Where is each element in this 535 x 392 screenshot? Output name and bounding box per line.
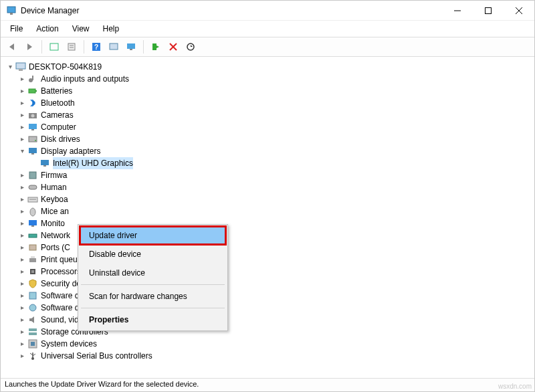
- svg-rect-14: [110, 43, 118, 50]
- caret-right-icon[interactable]: ▸: [18, 205, 26, 217]
- caret-right-icon[interactable]: ▸: [18, 290, 26, 302]
- scan-monitor-button[interactable]: [124, 39, 138, 54]
- uninstall-button[interactable]: [166, 39, 181, 54]
- svg-rect-3: [486, 7, 492, 13]
- enable-button[interactable]: [148, 39, 163, 54]
- hid-icon: [27, 182, 38, 193]
- caret-right-icon[interactable]: ▸: [18, 254, 26, 266]
- caret-right-icon[interactable]: ▸: [18, 193, 26, 205]
- maximize-button[interactable]: [473, 1, 504, 21]
- caret-right-icon[interactable]: ▸: [18, 302, 26, 314]
- device-tree[interactable]: ▾ DESKTOP-504K819 ▸Audio inputs and outp…: [1, 57, 534, 378]
- tree-device[interactable]: ▸Intel(R) UHD Graphics: [6, 157, 532, 169]
- tree-root[interactable]: ▾ DESKTOP-504K819: [6, 61, 532, 73]
- minimize-button[interactable]: [442, 1, 473, 21]
- tree-category[interactable]: ▸Firmwa: [6, 169, 532, 181]
- tree-category[interactable]: ▸Batteries: [6, 85, 532, 97]
- tree-category[interactable]: ▸Human: [6, 181, 532, 193]
- toolbar-separator: [143, 40, 144, 54]
- ports-icon: [27, 242, 38, 253]
- svg-rect-51: [31, 270, 34, 273]
- tree-category[interactable]: ▸Keyboa: [6, 193, 532, 205]
- svg-rect-27: [29, 89, 35, 93]
- context-menu: Update driver Disable device Uninstall d…: [78, 224, 228, 331]
- keyboard-icon: [27, 194, 38, 205]
- ctx-disable-device[interactable]: Disable device: [80, 245, 226, 264]
- tree-category-label: Mice an: [41, 205, 69, 217]
- tree-category[interactable]: ▸System devices: [6, 338, 532, 350]
- tree-category-label: Firmwa: [41, 169, 67, 181]
- update-button[interactable]: [106, 39, 121, 54]
- tree-category-label: Disk drives: [41, 133, 80, 145]
- help-button[interactable]: ?: [89, 39, 104, 54]
- network-icon: [27, 230, 38, 241]
- caret-right-icon[interactable]: ▸: [18, 217, 26, 229]
- scan-hardware-button[interactable]: [183, 39, 198, 54]
- caret-right-icon[interactable]: ▸: [18, 97, 26, 109]
- forward-button[interactable]: [22, 39, 37, 54]
- back-button[interactable]: [5, 39, 19, 54]
- svg-rect-36: [31, 153, 34, 155]
- caret-right-icon[interactable]: ▸: [18, 350, 26, 362]
- menu-file[interactable]: File: [5, 22, 28, 35]
- ctx-scan-hardware[interactable]: Scan for hardware changes: [80, 287, 226, 306]
- tree-category[interactable]: ▸Bluetooth: [6, 97, 532, 109]
- close-button[interactable]: [504, 1, 534, 21]
- caret-right-icon[interactable]: ▸: [18, 326, 26, 338]
- ctx-update-driver[interactable]: Update driver: [80, 226, 226, 245]
- tree-category[interactable]: ▾Display adapters: [6, 145, 532, 157]
- svg-rect-15: [127, 43, 135, 49]
- softdev-icon: [27, 302, 38, 313]
- tree-category[interactable]: ▸Disk drives: [6, 133, 532, 145]
- display-icon: [39, 158, 50, 169]
- caret-right-icon[interactable]: ▸: [18, 229, 26, 241]
- caret-down-icon[interactable]: ▾: [6, 61, 14, 73]
- status-text: Launches the Update Driver Wizard for th…: [5, 380, 199, 388]
- tree-category-label: Network: [41, 229, 70, 241]
- menu-help[interactable]: Help: [98, 22, 125, 35]
- tree-category[interactable]: ▸Computer: [6, 121, 532, 133]
- caret-right-icon[interactable]: ▸: [18, 241, 26, 254]
- caret-right-icon[interactable]: ▸: [18, 121, 26, 133]
- caret-right-icon[interactable]: ▸: [18, 133, 26, 145]
- svg-rect-1: [10, 13, 13, 15]
- tree-category[interactable]: ▸Universal Serial Bus controllers: [6, 350, 532, 362]
- caret-right-icon[interactable]: ▸: [18, 338, 26, 350]
- ctx-properties[interactable]: Properties: [80, 310, 226, 329]
- svg-rect-35: [29, 148, 37, 153]
- caret-down-icon[interactable]: ▾: [18, 145, 26, 157]
- toolbar-separator: [84, 40, 84, 54]
- tree-category[interactable]: ▸Cameras: [6, 109, 532, 121]
- caret-right-icon[interactable]: ▸: [18, 181, 26, 193]
- ctx-uninstall-device[interactable]: Uninstall device: [80, 264, 226, 282]
- computer-icon: [15, 62, 26, 72]
- menu-view[interactable]: View: [67, 22, 95, 35]
- caret-right-icon[interactable]: ▸: [18, 314, 26, 326]
- caret-right-icon[interactable]: ▸: [18, 278, 26, 290]
- tree-category[interactable]: ▸Mice an: [6, 205, 532, 217]
- tree-category-label: Batteries: [41, 85, 72, 97]
- toolbar-separator: [41, 40, 42, 54]
- properties-button[interactable]: [64, 39, 79, 54]
- svg-rect-56: [29, 332, 37, 335]
- svg-marker-7: [27, 43, 32, 50]
- firmware-icon: [27, 170, 38, 181]
- caret-right-icon[interactable]: ▸: [18, 266, 26, 278]
- caret-right-icon[interactable]: ▸: [18, 109, 26, 121]
- toolbar: ?: [1, 37, 534, 57]
- security-icon: [27, 278, 38, 289]
- svg-rect-37: [41, 160, 49, 165]
- show-hidden-button[interactable]: [47, 39, 62, 54]
- display-icon: [27, 146, 38, 157]
- caret-right-icon[interactable]: ▸: [18, 85, 26, 97]
- audio-icon: [27, 74, 38, 84]
- menu-action[interactable]: Action: [31, 22, 64, 35]
- tree-category-label: Keyboa: [41, 193, 68, 205]
- ctx-separator: [81, 284, 225, 285]
- svg-rect-44: [29, 220, 37, 225]
- window-controls: [442, 1, 534, 21]
- caret-right-icon[interactable]: ▸: [18, 73, 26, 85]
- tree-category[interactable]: ▸Audio inputs and outputs: [6, 73, 532, 85]
- caret-right-icon[interactable]: ▸: [18, 169, 26, 181]
- svg-rect-48: [29, 258, 36, 262]
